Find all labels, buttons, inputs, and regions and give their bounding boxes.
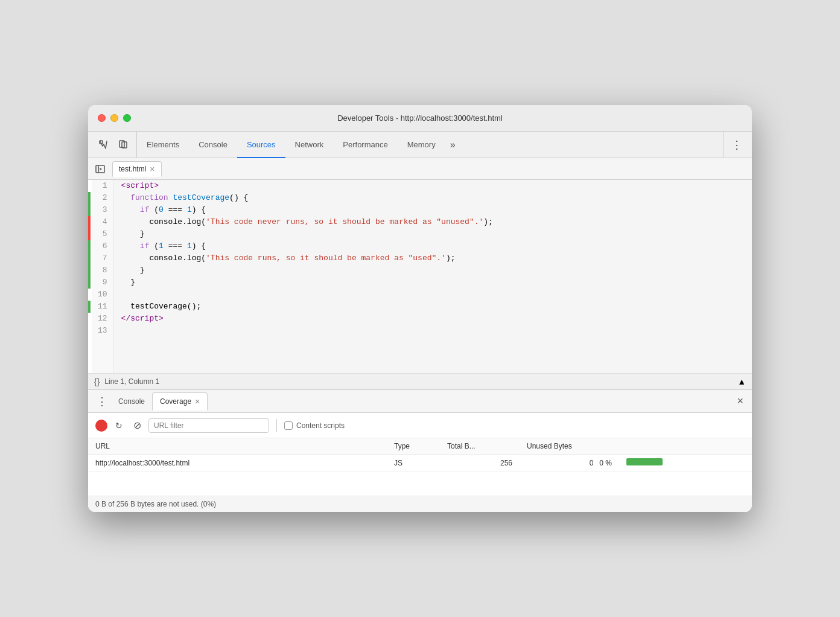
code-editor[interactable]: 12345678910111213 <script> function test… — [88, 180, 752, 373]
svg-rect-3 — [96, 165, 104, 173]
line-numbers: 12345678910111213 — [92, 180, 114, 373]
col-header-unused: Unused Bytes — [520, 438, 619, 455]
pretty-print-icon[interactable]: {} — [94, 377, 100, 386]
tab-coverage[interactable]: Coverage × — [152, 392, 208, 411]
window-title: Developer Tools - http://localhost:3000/… — [337, 113, 503, 123]
scroll-to-top-button[interactable]: ▲ — [737, 377, 746, 386]
editor-area: test.html × 12345678910111213 <script> f… — [88, 158, 752, 373]
main-toolbar: Elements Console Sources Network Perform… — [88, 132, 752, 158]
tab-sources[interactable]: Sources — [237, 132, 285, 158]
devtools-window: Developer Tools - http://localhost:3000/… — [88, 105, 752, 512]
tab-network[interactable]: Network — [285, 132, 334, 158]
sidebar-toggle-icon[interactable] — [93, 162, 107, 176]
titlebar: Developer Tools - http://localhost:3000/… — [88, 105, 752, 132]
file-tab-name: test.html — [119, 165, 146, 173]
toolbar-end: ⋮ — [724, 132, 749, 158]
col-header-bar — [619, 438, 752, 455]
tab-console[interactable]: Console — [189, 132, 237, 158]
col-header-type: Type — [387, 438, 440, 455]
clear-button[interactable]: ⊘ — [130, 419, 144, 432]
maximize-button[interactable] — [123, 114, 131, 122]
bottom-panel: ⋮ Console Coverage × × ↻ ⊘ Content scrip… — [88, 390, 752, 512]
url-filter-input[interactable] — [148, 418, 269, 433]
code-content[interactable]: <script> function testCoverage() { if (0… — [114, 180, 752, 373]
divider — [276, 419, 277, 432]
device-toolbar-icon[interactable] — [115, 136, 132, 153]
close-button[interactable] — [98, 114, 106, 122]
table-row[interactable]: http://localhost:3000/test.html JS 256 0… — [88, 455, 752, 472]
svg-line-6 — [100, 169, 101, 170]
file-tab-test-html[interactable]: test.html × — [112, 161, 162, 177]
more-options-button[interactable]: ⋮ — [729, 136, 745, 154]
record-button[interactable] — [95, 420, 107, 432]
refresh-button[interactable]: ↻ — [112, 419, 126, 432]
col-header-total: Total B... — [440, 438, 520, 455]
status-bar-right: ▲ — [737, 377, 746, 386]
coverage-tab-close-icon[interactable]: × — [195, 397, 200, 406]
toolbar-icons — [91, 132, 137, 158]
tab-memory[interactable]: Memory — [398, 132, 445, 158]
cell-url: http://localhost:3000/test.html — [88, 455, 387, 472]
tab-performance[interactable]: Performance — [333, 132, 397, 158]
coverage-footer: 0 B of 256 B bytes are not used. (0%) — [88, 496, 752, 512]
traffic-lights — [98, 114, 131, 122]
bottom-panel-dots[interactable]: ⋮ — [93, 395, 111, 408]
file-tabs-bar: test.html × — [88, 158, 752, 180]
bottom-panel-close-button[interactable]: × — [733, 395, 747, 408]
cursor-position: Line 1, Column 1 — [104, 377, 159, 386]
content-scripts-checkbox[interactable] — [284, 421, 293, 430]
main-tabs: Elements Console Sources Network Perform… — [137, 132, 724, 158]
file-tab-close-icon[interactable]: × — [150, 164, 154, 174]
content-scripts-label[interactable]: Content scripts — [284, 421, 345, 430]
more-tabs-button[interactable]: » — [445, 132, 460, 158]
tab-console-bottom[interactable]: Console — [111, 394, 152, 409]
cell-type: JS — [387, 455, 440, 472]
usage-bar — [626, 458, 663, 465]
tab-elements[interactable]: Elements — [137, 132, 189, 158]
usage-bar-fill — [626, 458, 663, 465]
bottom-tabs-bar: ⋮ Console Coverage × × — [88, 390, 752, 413]
col-header-url: URL — [88, 438, 387, 455]
cell-total: 256 — [440, 455, 520, 472]
status-bar: {} Line 1, Column 1 ▲ — [88, 373, 752, 390]
cell-bar — [619, 455, 752, 472]
coverage-table: URL Type Total B... Unused Bytes http:// — [88, 438, 752, 472]
inspector-icon[interactable] — [95, 136, 112, 153]
coverage-toolbar: ↻ ⊘ Content scripts — [88, 413, 752, 438]
cell-unused: 0 0 % — [520, 455, 619, 472]
minimize-button[interactable] — [110, 114, 118, 122]
